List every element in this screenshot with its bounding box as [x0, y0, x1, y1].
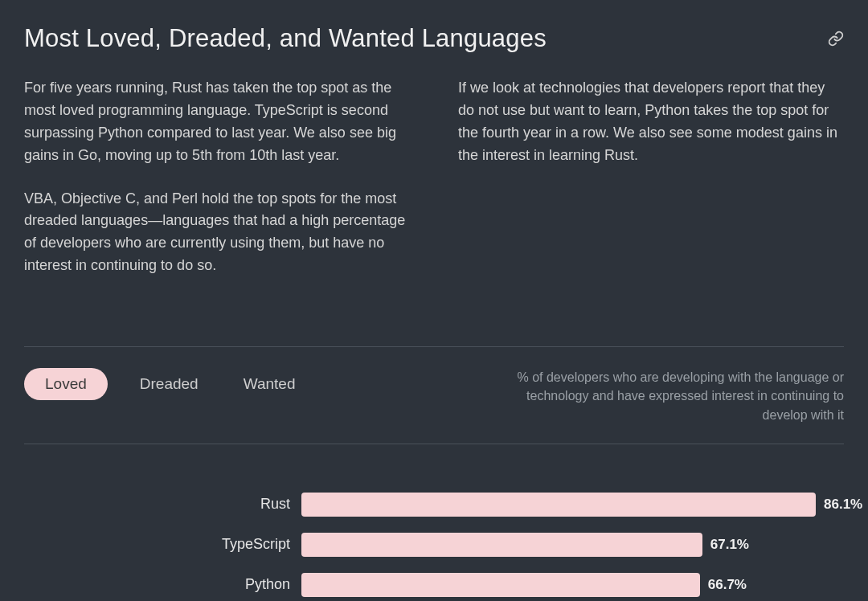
bar-track: 86.1% — [301, 493, 816, 517]
bar-label: Rust — [24, 496, 301, 513]
tab-dreaded[interactable]: Dreaded — [127, 368, 211, 400]
intro-paragraph-3: If we look at technologies that develope… — [458, 77, 844, 167]
intro-paragraph-1: For five years running, Rust has taken t… — [24, 77, 410, 167]
bar-row: Python66.7% — [24, 573, 844, 597]
bar-label: Python — [24, 576, 301, 593]
bar-label: TypeScript — [24, 536, 301, 553]
bar-row: TypeScript67.1% — [24, 533, 844, 557]
bar-fill — [301, 533, 702, 557]
description-right-column: If we look at technologies that develope… — [458, 77, 844, 298]
bar-value: 86.1% — [824, 497, 862, 513]
bar-track: 67.1% — [301, 533, 816, 557]
intro-paragraph-2: VBA, Objective C, and Perl hold the top … — [24, 188, 410, 278]
tab-wanted[interactable]: Wanted — [231, 368, 309, 400]
chart-description: % of developers who are developing with … — [514, 368, 844, 424]
tab-loved[interactable]: Loved — [24, 368, 108, 400]
bar-chart: Rust86.1%TypeScript67.1%Python66.7% — [24, 493, 844, 597]
bar-track: 66.7% — [301, 573, 816, 597]
bar-value: 67.1% — [710, 537, 749, 553]
permalink-icon[interactable] — [828, 31, 844, 47]
bar-value: 66.7% — [708, 577, 747, 593]
tab-group: Loved Dreaded Wanted — [24, 368, 308, 400]
bar-fill — [301, 573, 700, 597]
page-title: Most Loved, Dreaded, and Wanted Language… — [24, 24, 547, 53]
chart-divider — [24, 444, 844, 444]
description-left-column: For five years running, Rust has taken t… — [24, 77, 410, 298]
bar-row: Rust86.1% — [24, 493, 844, 517]
bar-fill — [301, 493, 816, 517]
